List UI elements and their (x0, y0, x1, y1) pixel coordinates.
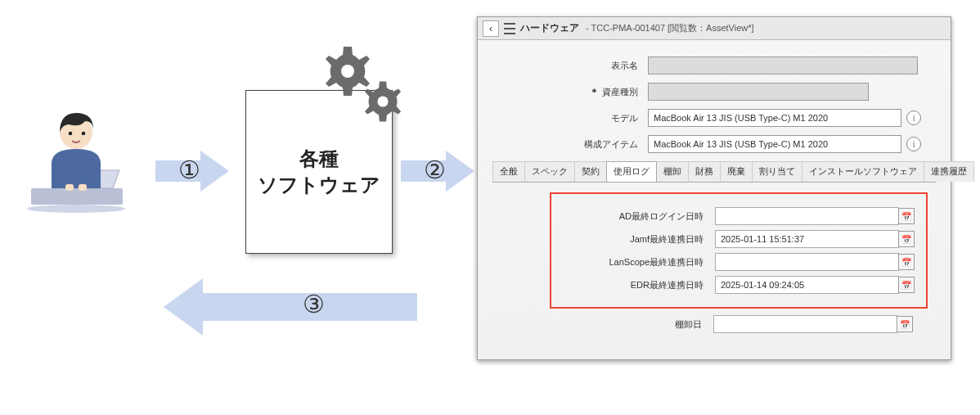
step-number-3: ③ (303, 290, 325, 318)
calendar-icon[interactable]: 📅 (898, 208, 915, 224)
tab-finance[interactable]: 財務 (688, 161, 721, 182)
row-model: モデル MacBook Air 13 JIS (USB Type-C) M1 2… (492, 109, 936, 127)
arrow-step-3 (164, 278, 417, 336)
svg-point-5 (82, 132, 86, 136)
required-mark: ＊ (590, 87, 599, 97)
tab-assignment[interactable]: 割り当て (752, 161, 802, 182)
calendar-icon[interactable]: 📅 (897, 316, 913, 332)
step-number-1: ① (178, 156, 200, 184)
tab-installed-software[interactable]: インストールソフトウェア (802, 161, 924, 182)
input-model[interactable]: MacBook Air 13 JIS (USB Type-C) M1 2020 (648, 109, 901, 127)
label-edr-last-link: EDR最終連携日時 (551, 279, 715, 291)
svg-marker-13 (164, 278, 417, 336)
input-edr-last-link[interactable]: 2025-01-14 09:24:05 (715, 276, 899, 294)
input-inventory-date[interactable] (713, 315, 897, 333)
form-area: 表示名 ＊資産種別 モデル MacBook Air 13 JIS (USB Ty… (478, 40, 951, 348)
svg-point-4 (69, 132, 73, 136)
svg-point-0 (27, 205, 125, 213)
svg-rect-1 (31, 188, 123, 205)
tab-general[interactable]: 全般 (492, 161, 525, 182)
row-jamf-last-link: Jamf最終連携日時 2025-01-11 15:51:37 📅 (551, 230, 926, 248)
svg-point-10 (377, 96, 388, 106)
tab-usage-log[interactable]: 使用ログ (606, 161, 657, 182)
label-model: モデル (492, 112, 648, 124)
svg-rect-6 (65, 184, 74, 191)
input-display-name[interactable] (648, 56, 918, 74)
label-config-item: 構成アイテム (492, 138, 648, 151)
label-ad-last-login: AD最終ログイン日時 (551, 210, 715, 223)
info-icon[interactable]: i (906, 137, 921, 151)
tab-disposal[interactable]: 廃棄 (720, 161, 753, 182)
tab-spec[interactable]: スペック (524, 161, 575, 182)
tab-link-history[interactable]: 連携履歴 (924, 161, 974, 182)
tab-inventory[interactable]: 棚卸 (656, 161, 689, 182)
tab-body-usage-log: AD最終ログイン日時 📅 Jamf最終連携日時 2025-01-11 15:51… (492, 183, 936, 343)
svg-point-9 (341, 65, 354, 78)
row-config-item: 構成アイテム MacBook Air 13 JIS (USB Type-C) M… (492, 135, 936, 153)
user-illustration (15, 106, 137, 213)
input-config-item[interactable]: MacBook Air 13 JIS (USB Type-C) M1 2020 (648, 135, 901, 153)
gears-icon (319, 43, 417, 141)
software-box-label: 各種 ソフトウェア (258, 146, 380, 199)
row-ad-last-login: AD最終ログイン日時 📅 (551, 207, 926, 225)
step-number-2: ② (424, 156, 446, 184)
panel-subtitle: - TCC-PMA-001407 [閲覧数：AssetView*] (586, 22, 754, 34)
label-jamf-last-link: Jamf最終連携日時 (551, 233, 715, 246)
input-asset-type[interactable] (648, 83, 869, 101)
row-asset-type: ＊資産種別 (492, 83, 936, 101)
panel-title: ハードウェア (520, 21, 579, 35)
row-display-name: 表示名 (492, 56, 936, 74)
row-edr-last-link: EDR最終連携日時 2025-01-14 09:24:05 📅 (551, 276, 926, 294)
calendar-icon[interactable]: 📅 (898, 254, 915, 270)
tab-bar: 全般 スペック 契約 使用ログ 棚卸 財務 廃棄 割り当て インストールソフトウ… (492, 161, 936, 183)
label-inventory-date: 棚卸日 (550, 318, 713, 331)
tab-activity[interactable]: アクティビティ (973, 161, 980, 182)
info-icon[interactable]: i (906, 111, 921, 125)
input-lanscope-last-link[interactable] (715, 253, 899, 271)
svg-rect-7 (79, 184, 87, 191)
calendar-icon[interactable]: 📅 (898, 231, 915, 247)
row-lanscope-last-link: LanScope最終連携日時 📅 (551, 253, 926, 271)
chevron-left-icon: ‹ (489, 23, 492, 34)
input-jamf-last-link[interactable]: 2025-01-11 15:51:37 (715, 230, 899, 248)
highlighted-log-group: AD最終ログイン日時 📅 Jamf最終連携日時 2025-01-11 15:51… (550, 192, 928, 309)
calendar-icon[interactable]: 📅 (898, 277, 915, 293)
flow-diagram: 各種 ソフトウェア ① ② ③ (0, 0, 474, 360)
input-ad-last-login[interactable] (715, 207, 899, 225)
asset-detail-panel: ‹ ハードウェア - TCC-PMA-001407 [閲覧数：AssetView… (477, 16, 951, 360)
label-lanscope-last-link: LanScope最終連携日時 (551, 256, 715, 268)
label-display-name: 表示名 (492, 60, 648, 72)
panel-header: ‹ ハードウェア - TCC-PMA-001407 [閲覧数：AssetView… (478, 17, 951, 40)
back-button[interactable]: ‹ (483, 20, 499, 37)
row-inventory-date: 棚卸日 📅 (550, 315, 936, 333)
tab-contract[interactable]: 契約 (574, 161, 607, 182)
menu-icon[interactable] (504, 23, 515, 34)
label-asset-type: ＊資産種別 (492, 86, 648, 98)
